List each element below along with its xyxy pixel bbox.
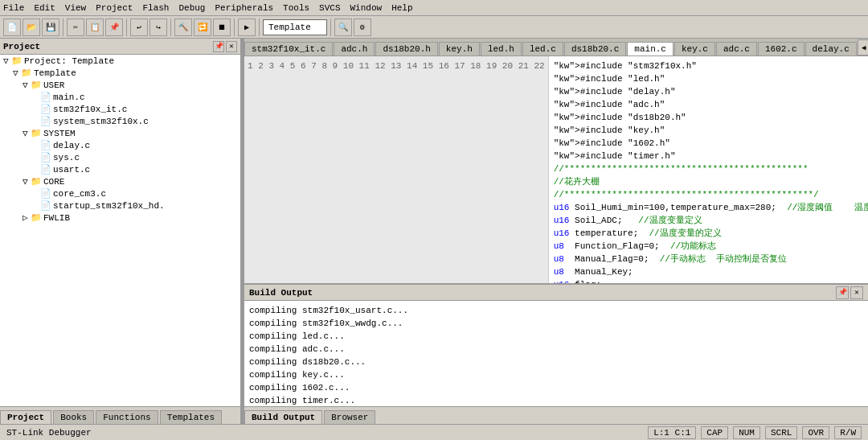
menu-svcs[interactable]: SVCS bbox=[319, 3, 340, 13]
editor-tab-1602-c[interactable]: 1602.c bbox=[758, 42, 805, 56]
editor-tab-key-h[interactable]: key.h bbox=[439, 42, 480, 56]
menu-flash[interactable]: Flash bbox=[142, 3, 169, 13]
project-tab-bar: Project Books Functions Templates bbox=[0, 406, 240, 424]
editor-tab-bar: stm32f10x_it.cadc.hds18b20.hkey.hled.hle… bbox=[244, 39, 868, 56]
build-close-button[interactable]: ✕ bbox=[850, 286, 863, 299]
project-panel-title: Project bbox=[3, 42, 40, 51]
toolbar-sep-5 bbox=[259, 19, 260, 36]
tree-item-6[interactable]: ▽📁SYSTEM bbox=[0, 127, 240, 139]
editor-tab-led-c[interactable]: led.c bbox=[522, 42, 563, 56]
menu-window[interactable]: Window bbox=[350, 3, 383, 13]
num-lock-status: NUM bbox=[733, 426, 760, 439]
editor-tab-adc-c[interactable]: adc.c bbox=[716, 42, 757, 56]
tree-item-9[interactable]: 📄usart.c bbox=[0, 163, 240, 175]
menu-help[interactable]: Help bbox=[391, 3, 412, 13]
ovr-status: OVR bbox=[802, 426, 829, 439]
rw-status: R/W bbox=[834, 426, 862, 439]
editor-tab-adc-h[interactable]: adc.h bbox=[334, 42, 375, 56]
project-panel: Project 📌 ✕ ▽📁Project: Template▽📁Templat… bbox=[0, 39, 241, 424]
tree-item-13[interactable]: ▷📁FWLIB bbox=[0, 212, 240, 224]
paste-button[interactable]: 📌 bbox=[105, 19, 123, 36]
settings-button[interactable]: ⚙ bbox=[354, 19, 371, 36]
build-output-content[interactable]: compiling stm32f10x_usart.c...compiling … bbox=[244, 301, 868, 406]
project-tree: ▽📁Project: Template▽📁Template▽📁USER 📄mai… bbox=[0, 55, 240, 406]
menu-tools[interactable]: Tools bbox=[283, 3, 309, 13]
build-output-header: Build Output 📌 ✕ bbox=[244, 285, 868, 301]
editor-tab-main-c[interactable]: main.c bbox=[627, 42, 674, 56]
toolbar: 📄 📂 💾 ✂ 📋 📌 ↩ ↪ 🔨 🔁 ⏹ ▶ Template 🔍 ⚙ bbox=[0, 16, 868, 39]
menu-view[interactable]: View bbox=[65, 3, 86, 13]
toolbar-sep-4 bbox=[234, 19, 235, 36]
status-bar: ST-Link Debugger L:1 C:1 CAP NUM SCRL OV… bbox=[0, 424, 868, 440]
toolbar-sep-6 bbox=[330, 19, 331, 36]
editor-area: stm32f10x_it.cadc.hds18b20.hkey.hled.hle… bbox=[244, 39, 868, 424]
open-button[interactable]: 📂 bbox=[23, 19, 40, 36]
copy-button[interactable]: 📋 bbox=[86, 19, 104, 36]
code-content[interactable]: "kw">#include "stm32f10x.h" "kw">#includ… bbox=[549, 56, 868, 283]
toolbar-sep-2 bbox=[126, 19, 127, 36]
build-output-title: Build Output bbox=[249, 288, 313, 298]
main-area: Project 📌 ✕ ▽📁Project: Template▽📁Templat… bbox=[0, 39, 868, 424]
tree-item-3[interactable]: 📄main.c bbox=[0, 91, 240, 103]
debugger-status: ST-Link Debugger bbox=[6, 428, 92, 438]
search-button[interactable]: 🔍 bbox=[334, 19, 352, 36]
tree-item-7[interactable]: 📄delay.c bbox=[0, 139, 240, 151]
toolbar-sep-3 bbox=[170, 19, 171, 36]
rebuild-button[interactable]: 🔁 bbox=[194, 19, 211, 36]
new-file-button[interactable]: 📄 bbox=[3, 19, 21, 36]
cursor-position: L:1 C:1 bbox=[648, 426, 696, 439]
project-tab-templates[interactable]: Templates bbox=[160, 410, 222, 424]
tree-item-11[interactable]: 📄core_cm3.c bbox=[0, 187, 240, 199]
project-tab-books[interactable]: Books bbox=[53, 410, 94, 424]
editor-tab-key-c[interactable]: key.c bbox=[674, 42, 715, 56]
project-pin-button[interactable]: 📌 bbox=[213, 41, 224, 52]
tree-item-0[interactable]: ▽📁Project: Template bbox=[0, 55, 240, 67]
project-tab-project[interactable]: Project bbox=[0, 410, 51, 424]
menu-edit[interactable]: Edit bbox=[34, 3, 55, 13]
menu-bar: File Edit View Project Flash Debug Perip… bbox=[0, 0, 868, 16]
tree-item-2[interactable]: ▽📁USER bbox=[0, 79, 240, 91]
line-numbers: 1 2 3 4 5 6 7 8 9 10 11 12 13 14 15 16 1… bbox=[244, 56, 549, 283]
target-selector[interactable]: Template bbox=[263, 19, 327, 35]
tree-item-4[interactable]: 📄stm32f10x_it.c bbox=[0, 103, 240, 115]
redo-button[interactable]: ↪ bbox=[149, 19, 167, 36]
build-pin-button[interactable]: 📌 bbox=[836, 286, 849, 299]
tree-item-12[interactable]: 📄startup_stm32f10x_hd. bbox=[0, 199, 240, 212]
build-tab-browser[interactable]: Browser bbox=[324, 410, 375, 424]
build-tab-output[interactable]: Build Output bbox=[244, 410, 322, 424]
build-tab-bar: Build Output Browser bbox=[244, 406, 868, 424]
editor-tab-ds18b20-h[interactable]: ds18b20.h bbox=[375, 42, 437, 56]
stop-button[interactable]: ⏹ bbox=[213, 19, 231, 36]
build-area: Build Output 📌 ✕ compiling stm32f10x_usa… bbox=[244, 283, 868, 424]
project-panel-header: Project 📌 ✕ bbox=[0, 39, 240, 55]
editor-tab-ds18b20-c[interactable]: ds18b20.c bbox=[564, 42, 626, 56]
tree-item-1[interactable]: ▽📁Template bbox=[0, 67, 240, 79]
menu-file[interactable]: File bbox=[3, 3, 24, 13]
undo-button[interactable]: ↩ bbox=[130, 19, 148, 36]
menu-peripherals[interactable]: Peripherals bbox=[215, 3, 273, 13]
build-button[interactable]: 🔨 bbox=[174, 19, 192, 36]
tree-item-8[interactable]: 📄sys.c bbox=[0, 151, 240, 163]
menu-debug[interactable]: Debug bbox=[178, 3, 205, 13]
editor-tab-stm32f10x_it-c[interactable]: stm32f10x_it.c bbox=[244, 42, 333, 56]
project-close-button[interactable]: ✕ bbox=[226, 41, 237, 52]
code-view: 1 2 3 4 5 6 7 8 9 10 11 12 13 14 15 16 1… bbox=[244, 56, 868, 283]
toolbar-sep-1 bbox=[63, 19, 63, 36]
tree-item-10[interactable]: ▽📁CORE bbox=[0, 175, 240, 187]
tab-scroll-left[interactable]: ◀ bbox=[858, 39, 868, 56]
project-tab-functions[interactable]: Functions bbox=[96, 410, 158, 424]
cut-button[interactable]: ✂ bbox=[67, 19, 84, 36]
caps-lock-status: CAP bbox=[701, 426, 728, 439]
menu-project[interactable]: Project bbox=[96, 3, 133, 13]
scroll-lock-status: SCRL bbox=[765, 426, 797, 439]
editor-tab-led-h[interactable]: led.h bbox=[481, 42, 522, 56]
save-button[interactable]: 💾 bbox=[42, 19, 59, 36]
debug-button[interactable]: ▶ bbox=[238, 19, 256, 36]
build-header-controls: 📌 ✕ bbox=[836, 286, 863, 299]
tree-item-5[interactable]: 📄system_stm32f10x.c bbox=[0, 115, 240, 127]
editor-tab-delay-c[interactable]: delay.c bbox=[805, 42, 857, 56]
